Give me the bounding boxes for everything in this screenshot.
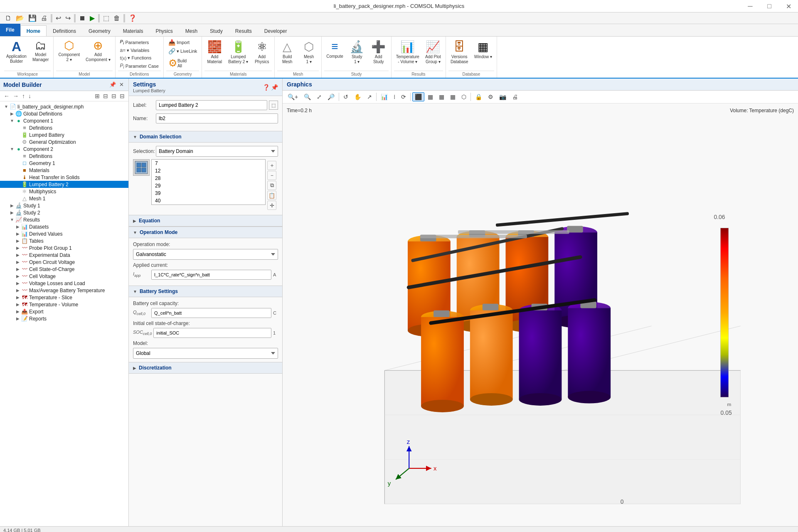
name-input[interactable] bbox=[156, 113, 278, 123]
settings-button[interactable]: ⊟ bbox=[118, 92, 126, 100]
view-xz-button[interactable]: ▦ bbox=[436, 92, 447, 101]
nav-forward-button[interactable]: → bbox=[12, 92, 20, 100]
discretization-section-header[interactable]: ▶ Discretization bbox=[129, 362, 282, 374]
zoom-out-button[interactable]: 🔍 bbox=[301, 92, 313, 101]
domain-add-button[interactable]: ＋ bbox=[267, 161, 276, 170]
tree-item-multiphys[interactable]: ⚛ Multiphysics bbox=[0, 188, 128, 195]
settings-gear-button[interactable]: ⚙ bbox=[485, 92, 496, 101]
view3d-button[interactable]: ⬛ bbox=[412, 92, 424, 101]
zoom-custom-button[interactable]: 🔎 bbox=[325, 92, 337, 101]
tab-definitions[interactable]: Definitions bbox=[47, 25, 82, 36]
tree-item-soc[interactable]: ▶ 〰 Cell State-of-Charge bbox=[0, 266, 128, 273]
param-case-button[interactable]: Pi Parameter Case bbox=[118, 62, 161, 70]
nav-back-button[interactable]: ← bbox=[2, 92, 11, 100]
lock-button[interactable]: 🔒 bbox=[473, 92, 485, 101]
domain-select-button[interactable]: ✛ bbox=[267, 201, 276, 210]
tree-item-temp-vol[interactable]: ▶ 🗺 Temperature - Volume bbox=[0, 301, 128, 308]
expand-all-button[interactable]: ⊞ bbox=[94, 92, 101, 100]
tree-item-mesh1[interactable]: △ Mesh 1 bbox=[0, 195, 128, 202]
save-button[interactable]: 💾 bbox=[27, 13, 38, 23]
tab-study[interactable]: Study bbox=[204, 25, 229, 36]
nav-down-button[interactable]: ↓ bbox=[27, 92, 32, 100]
close-button[interactable]: ✕ bbox=[779, 0, 798, 12]
run-button[interactable]: ▶ bbox=[88, 13, 96, 23]
component-button[interactable]: ⬡ Component2 ▾ bbox=[56, 38, 82, 64]
zoom-fit-button[interactable]: ⤢ bbox=[314, 92, 324, 101]
temp-volume-button[interactable]: 📊 Temperature- Volume ▾ bbox=[394, 38, 421, 66]
reset-button[interactable]: ⟳ bbox=[399, 92, 409, 101]
view-yz-button[interactable]: ▦ bbox=[448, 92, 458, 101]
settings-help-button[interactable]: ❓ bbox=[263, 84, 270, 91]
tree-item-export[interactable]: ▶ 📤 Export bbox=[0, 308, 128, 315]
tree-item-root[interactable]: ▼ 📄 li_battery_pack_designer.mph bbox=[0, 103, 128, 110]
label-input[interactable] bbox=[156, 100, 267, 110]
tree-item-geom1[interactable]: □ Geometry 1 bbox=[0, 160, 128, 167]
lumped-battery-ribbon-button[interactable]: 🔋 LumpedBattery 2 ▾ bbox=[226, 38, 250, 66]
scatter-button[interactable]: ⁞ bbox=[391, 92, 398, 101]
equation-section-header[interactable]: ▶ Equation bbox=[129, 215, 282, 227]
capacity-input[interactable] bbox=[151, 308, 271, 318]
application-builder-button[interactable]: A ApplicationBuilder bbox=[4, 38, 29, 66]
maximize-button[interactable]: □ bbox=[760, 0, 779, 12]
tree-item-probe[interactable]: ▶ 〰 Probe Plot Group 1 bbox=[0, 244, 128, 251]
domain-item-28[interactable]: 28 bbox=[152, 175, 265, 182]
build-all-button[interactable]: ⚙ BuildAll bbox=[166, 56, 191, 71]
zoom-in-button[interactable]: 🔍+ bbox=[285, 92, 300, 101]
add-material-button[interactable]: 🧱 AddMaterial bbox=[204, 38, 224, 66]
build-mesh-button[interactable]: △ BuildMesh bbox=[277, 38, 297, 66]
domain-item-39[interactable]: 39 bbox=[152, 190, 265, 197]
tree-item-comp2[interactable]: ▼ ● Component 2 bbox=[0, 145, 128, 153]
tree-item-study1[interactable]: ▶ 🔬 Study 1 bbox=[0, 202, 128, 209]
nav-up-button[interactable]: ↑ bbox=[21, 92, 26, 100]
model-dropdown[interactable]: Global Local bbox=[133, 348, 278, 359]
add-component-button[interactable]: ⊕ AddComponent ▾ bbox=[84, 38, 112, 64]
domain-item-12[interactable]: 12 bbox=[152, 167, 265, 175]
variables-button[interactable]: a= ▾ Variables bbox=[118, 47, 152, 54]
redo-button[interactable]: ↪ bbox=[64, 13, 72, 23]
print-scene-button[interactable]: 🖨 bbox=[510, 92, 520, 101]
camera-button[interactable]: 📷 bbox=[497, 92, 509, 101]
select-button[interactable]: ↗ bbox=[365, 92, 374, 101]
tree-item-exp[interactable]: ▶ 〰 Experimental Data bbox=[0, 251, 128, 259]
add-study-button[interactable]: ➕ AddStudy bbox=[369, 38, 389, 66]
domain-copy-button[interactable]: ⧉ bbox=[267, 181, 276, 190]
selection-dropdown[interactable]: Battery Domain All Domains Manual bbox=[156, 146, 278, 157]
new-button[interactable]: 🗋 bbox=[3, 14, 13, 23]
domain-item-29[interactable]: 29 bbox=[152, 182, 265, 190]
collapse-all-button[interactable]: ⊟ bbox=[102, 92, 109, 100]
label-browse-button[interactable]: ⬚ bbox=[269, 101, 278, 110]
operation-section-header[interactable]: ▼ Operation Mode bbox=[129, 227, 282, 238]
tab-home[interactable]: Home bbox=[20, 25, 47, 36]
tree-item-results[interactable]: ▼ 📈 Results bbox=[0, 216, 128, 223]
parameters-button[interactable]: Pi Parameters bbox=[118, 38, 151, 46]
tree-item-temp-slice[interactable]: ▶ 🗺 Temperature - Slice bbox=[0, 294, 128, 301]
soc-input[interactable] bbox=[153, 328, 271, 338]
select-box-button[interactable]: ⬚ bbox=[101, 13, 111, 23]
tab-results[interactable]: Results bbox=[229, 25, 258, 36]
minimize-button[interactable]: ─ bbox=[741, 0, 760, 12]
tree-item-vll[interactable]: ▶ 〰 Voltage Losses and Load bbox=[0, 280, 128, 287]
settings-pin-button[interactable]: 📌 bbox=[271, 84, 278, 91]
add-plot-button[interactable]: 📈 Add PlotGroup ▾ bbox=[423, 38, 443, 66]
split-button[interactable]: ⊟ bbox=[110, 92, 118, 100]
tree-item-reports[interactable]: ▶ 📝 Reports bbox=[0, 315, 128, 322]
tree-item-study2[interactable]: ▶ 🔬 Study 2 bbox=[0, 209, 128, 216]
tree-item-lb2[interactable]: 🔋 Lumped Battery 2 bbox=[0, 181, 128, 188]
tree-item-tables[interactable]: ▶ 📋 Tables bbox=[0, 237, 128, 244]
tree-item-global-def[interactable]: ▶ 🌐 Global Definitions bbox=[0, 110, 128, 117]
study1-ribbon-button[interactable]: 🔬 Study1 ▾ bbox=[347, 38, 367, 66]
print-button[interactable]: 🖨 bbox=[39, 14, 49, 23]
domain-item-7[interactable]: 7 bbox=[152, 160, 265, 167]
help-button[interactable]: ❓ bbox=[127, 13, 138, 23]
tree-item-mats[interactable]: ■ Materials bbox=[0, 167, 128, 174]
domain-section-header[interactable]: ▼ Domain Selection bbox=[129, 131, 282, 143]
tab-developer[interactable]: Developer bbox=[258, 25, 293, 36]
current-input[interactable] bbox=[151, 270, 271, 280]
delete-button[interactable]: 🗑 bbox=[112, 14, 122, 23]
tab-file[interactable]: File bbox=[0, 24, 20, 36]
tree-item-gen-opt[interactable]: ⚙ General Optimization bbox=[0, 138, 128, 145]
tree-item-derived[interactable]: ▶ 📊 Derived Values bbox=[0, 230, 128, 237]
tree-item-def1[interactable]: ≡ Definitions bbox=[0, 124, 128, 131]
tab-mesh[interactable]: Mesh bbox=[179, 25, 204, 36]
tree-item-ocv[interactable]: ▶ 〰 Open Circuit Voltage bbox=[0, 259, 128, 266]
